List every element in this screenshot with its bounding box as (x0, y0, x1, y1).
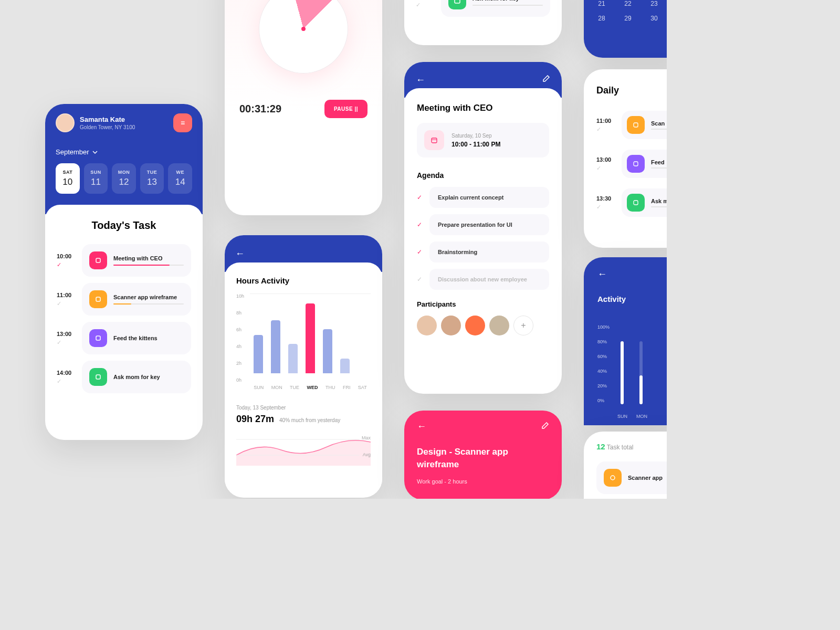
summary-partial: 12 Task total Scanner app (584, 432, 667, 499)
chart-bar[interactable] (323, 329, 332, 373)
calendar-day[interactable]: 21 (592, 0, 611, 7)
agenda-item[interactable]: Brainstorming (429, 242, 549, 262)
back-arrow-icon[interactable]: ← (597, 269, 667, 280)
task-list: 10:00✓ Meeting with CEO 11:00✓ Scanner a… (57, 244, 191, 393)
meeting-detail-screen: ← Meeting with CEO Saturday, 10 Sep 10:0… (404, 62, 562, 394)
check-icon: ✓ (57, 339, 76, 346)
check-icon: ✓ (417, 194, 422, 201)
task-type-icon (89, 368, 107, 386)
task-card[interactable]: Scanner app (596, 461, 667, 494)
task-card[interactable]: Scan (622, 111, 667, 139)
tasks-header: Samanta Kate Golden Tower, NY 3100 ≡ Sep… (45, 104, 203, 214)
wave-chart: Max Avg (236, 434, 371, 476)
svg-rect-3 (96, 375, 100, 379)
task-type-icon (89, 329, 107, 347)
svg-rect-2 (96, 336, 100, 340)
calendar-day[interactable]: 29 (618, 15, 637, 22)
svg-rect-11 (634, 201, 638, 205)
calendar-day[interactable]: 28 (592, 15, 611, 22)
activity-bar[interactable] (639, 341, 643, 404)
wave-avg-label: Avg (363, 452, 371, 457)
month-selector[interactable]: September (56, 148, 192, 156)
task-card[interactable]: Ask mom for key (441, 0, 550, 17)
day-picker: SAT10SUN11MON12TUE13WE14 (56, 163, 192, 194)
calendar-day[interactable]: 30 (645, 15, 664, 22)
check-icon: ✓ (57, 300, 76, 307)
back-arrow-icon[interactable]: ← (416, 75, 425, 86)
hours-bar-chart: 10h8h6h4h2h0h (236, 293, 371, 383)
add-participant-button[interactable]: + (513, 316, 533, 335)
calendar-day[interactable]: 22 (618, 0, 637, 7)
x-label: MON (636, 414, 647, 419)
x-label: SUN (617, 414, 627, 419)
timer-clock (259, 0, 348, 74)
agenda-list: ✓Explain current concept✓Prepare present… (417, 187, 549, 290)
task-card[interactable]: Feed the kittens (82, 322, 191, 354)
task-type-icon (627, 116, 645, 134)
participant-avatar[interactable] (441, 316, 461, 335)
chart-bar[interactable] (271, 320, 280, 373)
back-arrow-icon[interactable]: ← (235, 248, 245, 259)
circle-icon (604, 469, 622, 487)
back-arrow-icon[interactable]: ← (417, 421, 426, 432)
svg-point-12 (611, 476, 615, 480)
agenda-item[interactable]: Explain current concept (429, 187, 549, 208)
participant-avatar[interactable] (465, 316, 485, 335)
task-type-icon (89, 290, 107, 308)
task-card[interactable]: Ask m (622, 188, 667, 217)
user-location: Golden Tower, NY 3100 (80, 124, 168, 130)
wave-max-label: Max (362, 435, 371, 440)
hours-activity-screen: ← Hours Activity 10h8h6h4h2h0h SUNMONTUE… (225, 235, 382, 498)
hours-title: Hours Activity (236, 276, 371, 285)
task-card[interactable]: Ask mom for key (82, 361, 191, 393)
chevron-down-icon (92, 150, 98, 155)
day-card[interactable]: TUE13 (140, 163, 164, 194)
task-type-icon (89, 251, 107, 269)
edit-icon[interactable] (541, 422, 549, 432)
day-card[interactable]: WE14 (168, 163, 192, 194)
timer-value: 00:31:29 (239, 103, 281, 115)
check-icon: ✓ (596, 126, 615, 133)
task-card[interactable]: Meeting with CEO (82, 244, 191, 277)
user-avatar[interactable] (56, 113, 75, 132)
participants-title: Participants (417, 300, 549, 308)
today-label: Today, 13 September (236, 405, 371, 411)
user-name: Samanta Kate (80, 116, 168, 123)
chart-bar[interactable] (288, 344, 298, 373)
clock-slice-icon (263, 0, 344, 69)
task-card[interactable]: Feed (622, 150, 667, 178)
svg-rect-7 (432, 138, 437, 143)
check-icon: ✓ (416, 2, 435, 8)
task-card[interactable]: Scanner app wireframe (82, 283, 191, 316)
participant-avatar[interactable] (417, 316, 437, 335)
daily-title: Daily (596, 85, 667, 96)
chart-bar[interactable] (340, 359, 350, 373)
timer-screen: 00:31:29 PAUSE || (225, 0, 382, 215)
chart-bar[interactable] (254, 335, 263, 373)
check-icon: ✓ (596, 204, 615, 211)
datetime-card: Saturday, 10 Sep 10:00 - 11:00 PM (417, 123, 549, 158)
agenda-item[interactable]: Discussion about new employee (429, 269, 549, 290)
meeting-date: Saturday, 10 Sep (452, 133, 500, 139)
participant-avatar[interactable] (489, 316, 509, 335)
menu-button[interactable]: ≡ (173, 113, 192, 132)
agenda-item[interactable]: Prepare presentation for UI (429, 214, 549, 235)
meeting-title: Meeting with CEO (417, 103, 549, 113)
meeting-time: 10:00 - 11:00 PM (452, 141, 500, 148)
activity-screen: ← Activity 100%80%60%40%20%0% SUN MON 8 (584, 257, 667, 425)
daily-list: 11:00✓ Scan13:00✓ Feed13:30✓ Ask m (596, 111, 667, 217)
edit-icon[interactable] (542, 75, 550, 85)
check-icon: ✓ (596, 165, 615, 172)
note-icon (448, 0, 466, 9)
day-card[interactable]: SUN11 (84, 163, 108, 194)
chart-bar[interactable] (306, 303, 315, 373)
month-label: September (56, 148, 89, 156)
activity-bar[interactable] (621, 341, 624, 404)
calendar-grid: 070809101415161721222324282930 (592, 0, 667, 22)
day-card[interactable]: MON12 (112, 163, 136, 194)
check-icon: ✓ (417, 276, 422, 283)
day-card[interactable]: SAT10 (56, 163, 80, 194)
pause-button[interactable]: PAUSE || (324, 100, 368, 118)
calendar-day[interactable]: 23 (645, 0, 664, 7)
clock-center-icon (301, 27, 306, 31)
